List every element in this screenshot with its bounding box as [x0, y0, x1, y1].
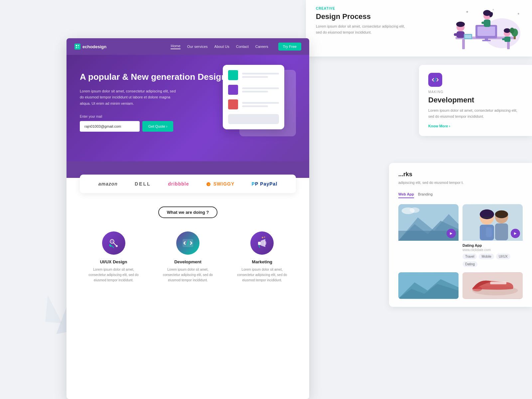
card-label-2: Dating App: [463, 243, 523, 247]
tag-mobile: Mobile: [479, 254, 494, 259]
card-lines-2: [242, 87, 279, 92]
bg-decoration-2: [46, 295, 65, 323]
card-line: [242, 73, 279, 74]
card-url-2: www.clickdate.com: [463, 248, 523, 252]
brands-section: amazon DELL dribbble ⚡ SWIGGY PP PayPal: [80, 175, 296, 193]
svg-rect-30: [78, 45, 79, 46]
play-button-1[interactable]: ▶: [447, 229, 456, 238]
play-button-2[interactable]: ▶: [511, 229, 520, 238]
card-tags-2: Travel Mobile UI/UX Dating: [463, 254, 523, 267]
svg-point-11: [456, 22, 465, 27]
bottom-portfolio-cards: [398, 272, 523, 299]
uiux-title: UI/UX Design: [80, 259, 147, 264]
card-row-3: [228, 99, 279, 109]
card-img-1: ▶: [398, 204, 459, 241]
dev-desc: Lorem ipsum dolor sit amet, consectetur …: [161, 267, 214, 283]
creative-label: CREATIVE: [316, 7, 429, 10]
svg-rect-31: [76, 47, 77, 48]
nav-links: Home Our services About Us Contact Caree…: [171, 44, 268, 49]
service-uiux: UI/UX Design Lorem ipsum dolor sit amet,…: [80, 231, 147, 283]
svg-rect-29: [76, 45, 77, 46]
svg-text:✦: ✦: [466, 10, 469, 14]
mkt-icon-circle: ★ ★: [250, 231, 274, 255]
nav-about[interactable]: About Us: [214, 45, 229, 49]
design-process-illustration: ✦ ✦ ✦: [436, 7, 522, 53]
dev-panel-icon: [428, 73, 442, 87]
svg-rect-63: [498, 216, 505, 217]
portfolio-panel: ...rks adipiscing elit, sed do eiusmod t…: [389, 163, 532, 307]
email-input[interactable]: [80, 121, 140, 132]
nav-contact[interactable]: Contact: [236, 45, 249, 49]
svg-line-40: [112, 246, 114, 248]
design-process-desc: Lorem ipsum dolor sit amet, consectetur …: [316, 24, 409, 35]
hero-description: Lorem ipsum dolor sit amet, consectetur …: [80, 88, 180, 107]
nav-careers[interactable]: Careers: [255, 45, 268, 49]
tab-webapp[interactable]: Web App: [398, 191, 414, 198]
design-process-panel: CREATIVE Design Process Lorem ipsum dolo…: [306, 0, 532, 57]
nav-services[interactable]: Our services: [187, 45, 208, 49]
svg-rect-22: [465, 35, 471, 38]
get-quote-button[interactable]: Get Quote ›: [142, 121, 173, 132]
services-grid: UI/UX Design Lorem ipsum dolor sit amet,…: [80, 231, 296, 283]
card-line: [242, 87, 279, 89]
card-lines-3: [242, 102, 279, 107]
making-label: MAKING: [428, 90, 523, 94]
try-free-button[interactable]: Try Free: [278, 43, 301, 51]
what-section: What we are doing ? UI/U: [66, 193, 309, 293]
svg-rect-71: [490, 282, 506, 284]
dev-icon-circle: [176, 231, 200, 255]
card-row-1: [228, 70, 279, 80]
main-website-panel: echodesign Home Our services About Us Co…: [66, 38, 309, 399]
svg-point-72: [472, 286, 482, 291]
bottom-card-2: [463, 272, 523, 299]
uiux-desc: Lorem ipsum dolor sit amet, consectetur …: [87, 267, 140, 283]
brand: echodesign: [74, 44, 106, 50]
brand-icon: [74, 44, 80, 50]
svg-point-55: [410, 207, 419, 213]
dev-title: Development: [154, 259, 221, 264]
svg-rect-14: [481, 22, 486, 24]
nav-home[interactable]: Home: [171, 44, 180, 49]
mkt-title: Marketing: [228, 259, 296, 264]
paypal-logo: PP PayPal: [252, 181, 278, 187]
svg-point-25: [510, 28, 514, 34]
card-info-2: Dating App www.clickdate.com Travel Mobi…: [463, 241, 523, 267]
svg-line-49: [435, 78, 436, 82]
card-img-2: ▶: [463, 204, 523, 241]
portfolio-card-2: ▶ Dating App www.clickdate.com Travel Mo…: [463, 204, 523, 267]
development-panel: MAKING Development Lorem ipsum dolor sit…: [419, 65, 532, 136]
svg-rect-43: [258, 242, 261, 245]
svg-rect-59: [483, 217, 491, 218]
know-more-link[interactable]: Know More ›: [428, 124, 523, 128]
svg-marker-39: [109, 244, 112, 247]
tag-travel: Travel: [463, 254, 477, 259]
mkt-desc: Lorem ipsum dolor sit amet, consectetur …: [235, 267, 289, 283]
svg-rect-32: [78, 47, 79, 48]
svg-point-20: [504, 28, 510, 33]
card-purple-box: [228, 85, 238, 95]
tag-dating: Dating: [463, 261, 477, 267]
tab-branding[interactable]: Branding: [418, 191, 433, 198]
svg-text:★: ★: [261, 236, 264, 239]
portfolio-desc: adipiscing elit, sed do eiusmod tempor t…: [398, 180, 523, 186]
dev-panel-title: Development: [428, 96, 523, 104]
swiggy-logo: ⚡ SWIGGY: [206, 181, 234, 187]
navbar: echodesign Home Our services About Us Co…: [66, 38, 309, 55]
dell-logo: DELL: [135, 181, 151, 187]
svg-text:⚡: ⚡: [207, 183, 210, 186]
dev-panel-desc: Lorem ipsum dolor sit amet, consectetur …: [428, 108, 523, 119]
bottom-card-1: [398, 272, 459, 299]
svg-line-46: [259, 245, 260, 247]
card-line: [242, 102, 279, 104]
card-line: [242, 105, 268, 107]
what-badge: What we are doing ?: [158, 206, 217, 218]
card-red-box: [228, 99, 238, 109]
brand-name: echodesign: [82, 44, 106, 49]
svg-point-38: [116, 245, 118, 247]
dribbble-logo: dribbble: [168, 181, 189, 187]
portfolio-card-1: ▶: [398, 204, 459, 267]
portfolio-tabs: Web App Branding: [398, 191, 523, 198]
amazon-logo: amazon: [98, 181, 118, 187]
card-line: [242, 91, 268, 92]
svg-point-45: [264, 241, 266, 245]
